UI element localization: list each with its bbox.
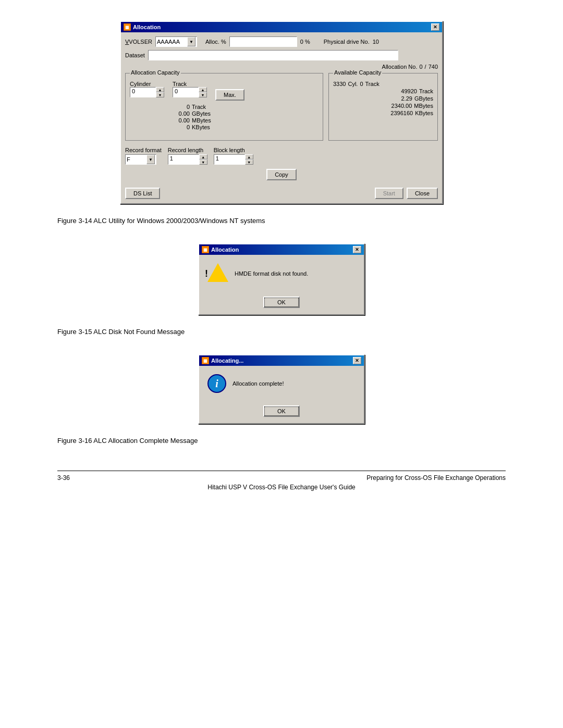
track-line-1: 0 Track <box>161 104 319 110</box>
avail-mbytes-row: 2340.00 MBytes <box>333 103 433 109</box>
allocation-complete-dialog: ▦ Allocating... ✕ i Allocation complete!… <box>198 354 365 424</box>
allocation-capacity-group: Allocation Capacity Cylinder 0 ▲ ▼ <box>125 73 323 141</box>
cylinder-input[interactable]: 0 <box>130 87 156 97</box>
page-number: 3-36 <box>57 474 70 482</box>
max-button-container: Max. <box>215 89 244 101</box>
avail-kbytes-row: 2396160 KBytes <box>333 110 433 116</box>
avail-gbytes-val: 2.29 <box>401 95 412 102</box>
track-down-btn[interactable]: ▼ <box>199 92 207 97</box>
cylinder-up-btn[interactable]: ▲ <box>156 87 164 92</box>
track-line3-unit: MBytes <box>192 117 211 124</box>
disk-not-found-body: ! HMDE format disk not found. <box>199 255 364 292</box>
dropdown-arrow-icon[interactable]: ▼ <box>187 37 195 46</box>
avail-capacity-data: 3330 Cyl. 0 Track 49920 Track 2.29 GByte… <box>333 81 433 116</box>
alloc-pct-value: 0 % <box>300 39 310 45</box>
allocation-capacity-label: Allocation Capacity <box>130 69 181 76</box>
disk-not-found-title-group: ▦ Allocation <box>202 246 239 253</box>
physical-drive-value: 10 <box>373 39 379 45</box>
available-capacity-label: Available Capacity <box>333 69 382 76</box>
disk-not-found-buttons: OK <box>199 292 364 314</box>
disk-not-found-ok-button[interactable]: OK <box>263 297 300 308</box>
block-length-down-btn[interactable]: ▼ <box>245 159 253 165</box>
cyl-track-inputs: Cylinder 0 ▲ ▼ Track <box>130 81 319 101</box>
track-up-btn[interactable]: ▲ <box>199 87 207 92</box>
avail-mbytes-val: 2340.00 <box>391 103 412 109</box>
dataset-row: Dataset <box>125 50 438 60</box>
fig16-caption: Figure 3-16 ALC Allocation Complete Mess… <box>57 437 506 445</box>
block-length-group: Block length 1 ▲ ▼ <box>214 147 253 165</box>
avail-track-unit: Track <box>419 88 433 94</box>
app-icon: ▦ <box>124 23 131 31</box>
allocation-no-label: Allocation No. <box>382 64 418 70</box>
track-line1-unit: Track <box>192 104 206 110</box>
physical-drive-label: Physical drive No. <box>324 39 370 45</box>
avail-kbytes-val: 2396160 <box>390 110 413 116</box>
alloc-pct-label: Alloc. % <box>205 39 226 45</box>
track-line2-val: 0.00 <box>161 110 190 117</box>
avail-cyl-row: 3330 Cyl. 0 Track <box>333 81 433 87</box>
block-length-input[interactable]: 1 <box>214 154 245 165</box>
record-format-group: Record format F ▼ <box>125 147 162 165</box>
track-spinner-buttons: ▲ ▼ <box>199 87 207 97</box>
track-line-3: 0.00 MBytes <box>161 117 319 124</box>
allocation-no-value: 0 <box>419 64 422 70</box>
track-line3-val: 0.00 <box>161 117 190 124</box>
disk-not-found-close-icon[interactable]: ✕ <box>353 246 361 253</box>
avail-mbytes-unit: MBytes <box>414 103 433 109</box>
block-length-spinner-buttons: ▲ ▼ <box>245 154 253 165</box>
bottom-right-buttons: Start Close <box>375 188 438 199</box>
avail-cyl-val: 3330 <box>333 81 346 87</box>
info-icon: i <box>207 374 226 393</box>
footer-top: 3-36 Preparing for Cross-OS File Exchang… <box>57 474 506 482</box>
cylinder-track-row: Cylinder 0 ▲ ▼ Track <box>130 81 319 130</box>
allocation-complete-body: i Allocation complete! <box>199 366 364 401</box>
disk-not-found-message: HMDE format disk not found. <box>235 270 308 277</box>
track-group: Track 0 ▲ ▼ <box>173 81 207 97</box>
record-length-group: Record length 1 ▲ ▼ <box>168 147 207 165</box>
block-length-label: Block length <box>214 147 253 153</box>
track-input[interactable]: 0 <box>173 87 199 97</box>
cylinder-down-btn[interactable]: ▼ <box>156 92 164 97</box>
max-button[interactable]: Max. <box>215 89 244 101</box>
close-button[interactable]: Close <box>407 188 438 199</box>
copy-button[interactable]: Copy <box>266 169 297 180</box>
block-length-up-btn[interactable]: ▲ <box>245 154 253 159</box>
alloc-pct-input[interactable] <box>229 36 297 47</box>
track-spinner: 0 ▲ ▼ <box>173 87 207 97</box>
record-format-label: Record format <box>125 147 162 153</box>
allocation-complete-close-icon[interactable]: ✕ <box>353 357 361 364</box>
track-info-lines: 0 Track 0.00 GBytes 0.00 MBytes <box>161 104 319 130</box>
avail-cyl-num: 0 <box>360 81 363 87</box>
disk-not-found-titlebar: ▦ Allocation ✕ <box>199 244 364 255</box>
record-length-up-btn[interactable]: ▲ <box>199 154 207 159</box>
cylinder-spinner-buttons: ▲ ▼ <box>156 87 164 97</box>
allocation-complete-ok-button[interactable]: OK <box>263 405 300 417</box>
bottom-buttons: DS List Start Close <box>125 184 438 199</box>
record-length-down-btn[interactable]: ▼ <box>199 159 207 165</box>
footer-left-text: Preparing for Cross-OS File Exchange Ope… <box>366 474 506 482</box>
avail-gbytes-row: 2.29 GBytes <box>333 95 433 102</box>
cylinder-label: Cylinder <box>130 81 164 87</box>
track-line-2: 0.00 GBytes <box>161 110 319 117</box>
allocation-complete-message: Allocation complete! <box>232 380 284 387</box>
track-line-4: 0 KBytes <box>161 124 319 130</box>
allocation-complete-buttons: OK <box>199 401 364 423</box>
dataset-input[interactable] <box>148 50 398 60</box>
close-icon[interactable]: ✕ <box>431 23 439 31</box>
block-length-spinner: 1 ▲ ▼ <box>214 154 253 165</box>
track-line4-unit: KBytes <box>192 124 210 130</box>
dialog-title: Allocation <box>133 24 161 30</box>
record-format-arrow-icon[interactable]: ▼ <box>146 155 155 164</box>
allocation-complete-title-group: ▦ Allocating... <box>202 357 243 364</box>
available-capacity-group: Available Capacity 3330 Cyl. 0 Track 499… <box>328 73 438 141</box>
volser-dropdown[interactable]: AAAAAA ▼ <box>155 36 197 47</box>
record-length-input[interactable]: 1 <box>168 154 199 165</box>
footer-bottom: Hitachi USP V Cross-OS File Exchange Use… <box>207 484 356 491</box>
track-label: Track <box>173 81 207 87</box>
volser-value: AAAAAA <box>157 39 180 45</box>
ds-list-button[interactable]: DS List <box>125 188 160 199</box>
record-row: Record format F ▼ Record length 1 ▲ ▼ <box>125 147 438 165</box>
start-button[interactable]: Start <box>375 188 403 199</box>
disk-not-found-app-icon: ▦ <box>202 246 209 253</box>
record-format-dropdown[interactable]: F ▼ <box>125 154 156 165</box>
